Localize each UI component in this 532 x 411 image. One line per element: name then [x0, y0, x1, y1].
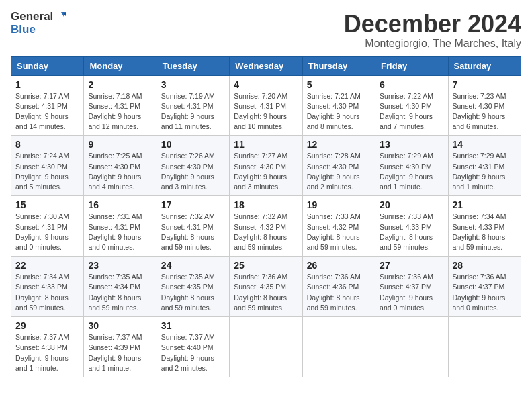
calendar-cell: 21 Sunrise: 7:34 AMSunset: 4:33 PMDaylig…	[448, 196, 521, 257]
day-number: 25	[234, 260, 298, 271]
calendar-cell: 23 Sunrise: 7:35 AMSunset: 4:34 PMDaylig…	[84, 257, 157, 317]
calendar-cell: 19 Sunrise: 7:33 AMSunset: 4:32 PMDaylig…	[302, 196, 375, 257]
day-info: Sunrise: 7:36 AMSunset: 4:36 PMDaylight:…	[307, 272, 371, 313]
day-info: Sunrise: 7:29 AMSunset: 4:31 PMDaylight:…	[453, 151, 517, 192]
calendar-week-2: 8 Sunrise: 7:24 AMSunset: 4:30 PMDayligh…	[11, 136, 521, 196]
calendar-cell: 9 Sunrise: 7:25 AMSunset: 4:30 PMDayligh…	[84, 136, 157, 196]
day-number: 27	[380, 260, 443, 271]
calendar-cell	[448, 317, 521, 377]
day-info: Sunrise: 7:34 AMSunset: 4:33 PMDaylight:…	[15, 272, 79, 313]
calendar-cell: 1 Sunrise: 7:17 AMSunset: 4:31 PMDayligh…	[11, 75, 84, 136]
day-info: Sunrise: 7:32 AMSunset: 4:32 PMDaylight:…	[234, 212, 298, 253]
location-subtitle: Montegiorgio, The Marches, Italy	[344, 38, 521, 50]
weekday-header-sunday: Sunday	[11, 56, 84, 75]
day-number: 2	[88, 79, 152, 90]
day-info: Sunrise: 7:26 AMSunset: 4:30 PMDaylight:…	[161, 151, 225, 192]
day-number: 18	[234, 199, 298, 210]
day-number: 16	[88, 199, 152, 210]
day-info: Sunrise: 7:29 AMSunset: 4:30 PMDaylight:…	[380, 151, 443, 192]
day-info: Sunrise: 7:18 AMSunset: 4:31 PMDaylight:…	[88, 91, 152, 132]
calendar-cell: 22 Sunrise: 7:34 AMSunset: 4:33 PMDaylig…	[11, 257, 84, 317]
page-header: General Blue December 2024 Montegiorgio,…	[11, 11, 521, 50]
day-number: 29	[15, 320, 79, 331]
day-number: 9	[88, 139, 152, 150]
calendar-cell: 25 Sunrise: 7:36 AMSunset: 4:35 PMDaylig…	[230, 257, 302, 317]
day-info: Sunrise: 7:37 AMSunset: 4:38 PMDaylight:…	[15, 332, 79, 373]
calendar-week-4: 22 Sunrise: 7:34 AMSunset: 4:33 PMDaylig…	[11, 257, 521, 317]
day-number: 4	[234, 79, 298, 90]
day-number: 3	[161, 79, 225, 90]
day-number: 15	[15, 199, 79, 210]
day-info: Sunrise: 7:31 AMSunset: 4:31 PMDaylight:…	[88, 212, 152, 253]
calendar-cell	[230, 317, 302, 377]
day-info: Sunrise: 7:35 AMSunset: 4:34 PMDaylight:…	[88, 272, 152, 313]
day-info: Sunrise: 7:27 AMSunset: 4:30 PMDaylight:…	[234, 151, 298, 192]
calendar-week-1: 1 Sunrise: 7:17 AMSunset: 4:31 PMDayligh…	[11, 75, 521, 136]
calendar-cell: 14 Sunrise: 7:29 AMSunset: 4:31 PMDaylig…	[448, 136, 521, 196]
calendar-cell: 24 Sunrise: 7:35 AMSunset: 4:35 PMDaylig…	[157, 257, 229, 317]
calendar-cell: 2 Sunrise: 7:18 AMSunset: 4:31 PMDayligh…	[84, 75, 157, 136]
calendar-cell: 28 Sunrise: 7:36 AMSunset: 4:37 PMDaylig…	[448, 257, 521, 317]
day-number: 30	[88, 320, 152, 331]
day-info: Sunrise: 7:33 AMSunset: 4:32 PMDaylight:…	[307, 212, 371, 253]
day-number: 22	[15, 260, 79, 271]
calendar-week-5: 29 Sunrise: 7:37 AMSunset: 4:38 PMDaylig…	[11, 317, 521, 377]
day-number: 14	[453, 139, 517, 150]
day-info: Sunrise: 7:28 AMSunset: 4:30 PMDaylight:…	[307, 151, 371, 192]
weekday-header-wednesday: Wednesday	[230, 56, 302, 75]
day-info: Sunrise: 7:32 AMSunset: 4:31 PMDaylight:…	[161, 212, 225, 253]
weekday-header-tuesday: Tuesday	[157, 56, 229, 75]
calendar-cell: 4 Sunrise: 7:20 AMSunset: 4:31 PMDayligh…	[230, 75, 302, 136]
day-info: Sunrise: 7:22 AMSunset: 4:30 PMDaylight:…	[380, 91, 443, 132]
day-info: Sunrise: 7:36 AMSunset: 4:37 PMDaylight:…	[380, 272, 443, 313]
calendar-cell: 16 Sunrise: 7:31 AMSunset: 4:31 PMDaylig…	[84, 196, 157, 257]
day-number: 7	[453, 79, 517, 90]
day-info: Sunrise: 7:23 AMSunset: 4:30 PMDaylight:…	[453, 91, 517, 132]
day-info: Sunrise: 7:20 AMSunset: 4:31 PMDaylight:…	[234, 91, 298, 132]
day-number: 10	[161, 139, 225, 150]
weekday-header-friday: Friday	[375, 56, 448, 75]
logo-blue-text: Blue	[11, 24, 36, 36]
day-number: 23	[88, 260, 152, 271]
day-info: Sunrise: 7:36 AMSunset: 4:35 PMDaylight:…	[234, 272, 298, 313]
day-number: 20	[380, 199, 443, 210]
day-number: 21	[453, 199, 517, 210]
calendar-cell: 15 Sunrise: 7:30 AMSunset: 4:31 PMDaylig…	[11, 196, 84, 257]
calendar-cell: 8 Sunrise: 7:24 AMSunset: 4:30 PMDayligh…	[11, 136, 84, 196]
day-number: 17	[161, 199, 225, 210]
day-info: Sunrise: 7:34 AMSunset: 4:33 PMDaylight:…	[453, 212, 517, 253]
calendar-cell: 11 Sunrise: 7:27 AMSunset: 4:30 PMDaylig…	[230, 136, 302, 196]
calendar-cell: 26 Sunrise: 7:36 AMSunset: 4:36 PMDaylig…	[302, 257, 375, 317]
day-info: Sunrise: 7:19 AMSunset: 4:31 PMDaylight:…	[161, 91, 225, 132]
calendar-cell: 10 Sunrise: 7:26 AMSunset: 4:30 PMDaylig…	[157, 136, 229, 196]
day-info: Sunrise: 7:35 AMSunset: 4:35 PMDaylight:…	[161, 272, 225, 313]
calendar-cell: 3 Sunrise: 7:19 AMSunset: 4:31 PMDayligh…	[157, 75, 229, 136]
day-number: 13	[380, 139, 443, 150]
day-number: 6	[380, 79, 443, 90]
calendar-cell: 17 Sunrise: 7:32 AMSunset: 4:31 PMDaylig…	[157, 196, 229, 257]
day-info: Sunrise: 7:25 AMSunset: 4:30 PMDaylight:…	[88, 151, 152, 192]
calendar-cell: 27 Sunrise: 7:36 AMSunset: 4:37 PMDaylig…	[375, 257, 448, 317]
day-number: 26	[307, 260, 371, 271]
logo-bird-icon	[54, 11, 66, 23]
day-number: 11	[234, 139, 298, 150]
weekday-header-saturday: Saturday	[448, 56, 521, 75]
day-info: Sunrise: 7:37 AMSunset: 4:40 PMDaylight:…	[161, 332, 225, 373]
title-block: December 2024 Montegiorgio, The Marches,…	[344, 11, 521, 50]
day-info: Sunrise: 7:30 AMSunset: 4:31 PMDaylight:…	[15, 212, 79, 253]
calendar-cell: 12 Sunrise: 7:28 AMSunset: 4:30 PMDaylig…	[302, 136, 375, 196]
calendar-cell	[375, 317, 448, 377]
calendar-table: SundayMondayTuesdayWednesdayThursdayFrid…	[11, 56, 521, 377]
day-info: Sunrise: 7:36 AMSunset: 4:37 PMDaylight:…	[453, 272, 517, 313]
logo-general-text: General	[11, 11, 53, 24]
month-year-title: December 2024	[344, 11, 521, 38]
day-number: 8	[15, 139, 79, 150]
day-number: 12	[307, 139, 371, 150]
day-number: 24	[161, 260, 225, 271]
day-info: Sunrise: 7:33 AMSunset: 4:33 PMDaylight:…	[380, 212, 443, 253]
weekday-header-thursday: Thursday	[302, 56, 375, 75]
day-info: Sunrise: 7:37 AMSunset: 4:39 PMDaylight:…	[88, 332, 152, 373]
calendar-cell: 6 Sunrise: 7:22 AMSunset: 4:30 PMDayligh…	[375, 75, 448, 136]
day-info: Sunrise: 7:21 AMSunset: 4:30 PMDaylight:…	[307, 91, 371, 132]
day-number: 28	[453, 260, 517, 271]
